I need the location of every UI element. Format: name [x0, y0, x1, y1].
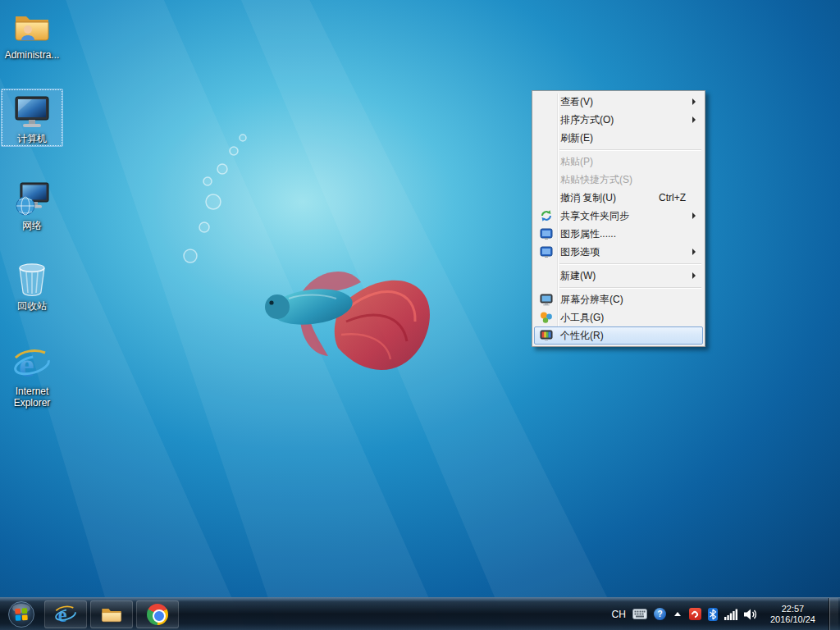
menu-item-label: 小工具(G): [558, 311, 604, 325]
gadgets-icon: [540, 311, 553, 324]
submenu-arrow-icon: [692, 249, 696, 255]
taskbar-button-chrome[interactable]: [136, 600, 179, 628]
start-orb-icon: [7, 600, 35, 628]
menu-item-label: 粘贴(P): [558, 155, 593, 169]
language-indicator[interactable]: CH: [612, 609, 626, 620]
help-glyph: ?: [657, 609, 662, 619]
menu-icon-slot: [535, 245, 558, 258]
submenu-arrow-icon: [692, 212, 696, 219]
sync-center-icon: [540, 209, 553, 222]
menu-icon-slot: [535, 209, 558, 222]
intel-graphics-icon: [540, 245, 553, 258]
menu-item-label: 撤消 复制(U): [558, 191, 616, 205]
signal-bars-icon[interactable]: [724, 609, 737, 620]
desktop-icon-internet-explorer[interactable]: e Internet Explorer: [1, 341, 63, 411]
screen-resolution-icon: [540, 293, 553, 306]
red-app-icon[interactable]: [689, 608, 701, 620]
menu-item-gadgets[interactable]: 小工具(G): [534, 308, 703, 326]
desktop-icon-label: 计算机: [2, 133, 62, 144]
menu-item-graphics-properties[interactable]: 图形属性......: [534, 225, 703, 243]
desktop-icon-administrator[interactable]: Administra...: [1, 5, 63, 63]
menu-item-label: 排序方式(O): [558, 113, 614, 127]
chrome-icon: [147, 604, 168, 625]
menu-icon-slot: [535, 293, 558, 306]
taskbar-button-explorer[interactable]: [90, 600, 133, 628]
personalization-icon: [540, 329, 553, 342]
desktop-icon-network[interactable]: 网络: [1, 176, 63, 234]
menu-item-shared-folder-sync[interactable]: 共享文件夹同步: [534, 207, 703, 225]
user-folder-icon: [12, 8, 52, 48]
desktop-icon-label: 网络: [2, 220, 62, 231]
menu-separator: [534, 261, 703, 267]
menu-item-view[interactable]: 查看(V): [534, 93, 703, 111]
menu-icon-slot: [535, 311, 558, 324]
taskbar-button-internet-explorer[interactable]: e: [44, 600, 87, 628]
intel-graphics-icon: [540, 227, 553, 240]
menu-item-label: 查看(V): [558, 95, 593, 109]
menu-item-label: 图形属性......: [558, 227, 616, 241]
desktop-context-menu: 查看(V) 排序方式(O) 刷新(E) 粘贴(P) 粘贴快捷方式(S) 撤消 复…: [532, 90, 705, 347]
menu-separator: [534, 147, 703, 153]
menu-item-label: 新建(W): [558, 269, 596, 283]
menu-item-label: 屏幕分辨率(C): [558, 293, 623, 307]
clock-date: 2016/10/24: [770, 614, 815, 625]
network-icon: [12, 179, 52, 218]
menu-item-paste: 粘贴(P): [534, 153, 703, 171]
help-icon[interactable]: ?: [654, 608, 666, 620]
menu-item-label: 图形选项: [558, 245, 600, 259]
menu-icon-slot: [535, 329, 558, 342]
menu-separator: [534, 285, 703, 290]
explorer-folder-icon: [100, 603, 123, 626]
menu-item-new[interactable]: 新建(W): [534, 267, 703, 285]
menu-item-label: 粘贴快捷方式(S): [558, 173, 632, 187]
desktop-icon-label: Administra...: [2, 49, 62, 61]
recycle-bin-icon: [12, 259, 52, 299]
menu-item-screen-resolution[interactable]: 屏幕分辨率(C): [534, 290, 703, 308]
desktop-icon-label: Internet Explorer: [2, 386, 62, 409]
taskbar: e CH ?: [0, 597, 840, 630]
desktop[interactable]: { "desktop": { "icons": [ { "icon": "use…: [0, 0, 840, 630]
internet-explorer-icon: e: [54, 603, 77, 626]
menu-item-personalize[interactable]: 个性化(R): [534, 326, 703, 345]
menu-icon-slot: [535, 227, 558, 240]
system-tray: CH ?: [612, 598, 840, 630]
internet-explorer-icon: e: [12, 345, 52, 384]
menu-item-paste-shortcut: 粘贴快捷方式(S): [534, 171, 703, 189]
menu-item-refresh[interactable]: 刷新(E): [534, 129, 703, 147]
keyboard-icon[interactable]: [632, 609, 647, 619]
menu-item-label: 个性化(R): [558, 329, 604, 343]
bluetooth-icon[interactable]: [708, 608, 718, 621]
volume-icon[interactable]: [744, 609, 757, 620]
submenu-arrow-icon: [692, 272, 696, 279]
desktop-icon-recycle-bin[interactable]: 回收站: [1, 256, 63, 314]
show-desktop-button[interactable]: [829, 598, 838, 630]
submenu-arrow-icon: [692, 116, 696, 123]
submenu-arrow-icon: [692, 98, 696, 105]
menu-item-label: 共享文件夹同步: [558, 209, 629, 223]
wallpaper: [0, 0, 840, 630]
desktop-icon-label: 回收站: [2, 300, 62, 312]
menu-item-sort-by[interactable]: 排序方式(O): [534, 111, 703, 129]
menu-item-shortcut: Ctrl+Z: [659, 192, 697, 203]
taskbar-clock[interactable]: 22:57 2016/10/24: [764, 604, 822, 625]
computer-icon: [12, 92, 52, 131]
start-button[interactable]: [0, 598, 43, 630]
menu-item-undo-copy[interactable]: 撤消 复制(U) Ctrl+Z: [534, 189, 703, 207]
hidden-icons-arrow-icon[interactable]: [673, 609, 682, 619]
desktop-icon-computer[interactable]: 计算机: [1, 89, 63, 147]
menu-item-label: 刷新(E): [558, 131, 593, 145]
menu-item-graphics-options[interactable]: 图形选项: [534, 243, 703, 261]
clock-time: 22:57: [770, 604, 815, 614]
